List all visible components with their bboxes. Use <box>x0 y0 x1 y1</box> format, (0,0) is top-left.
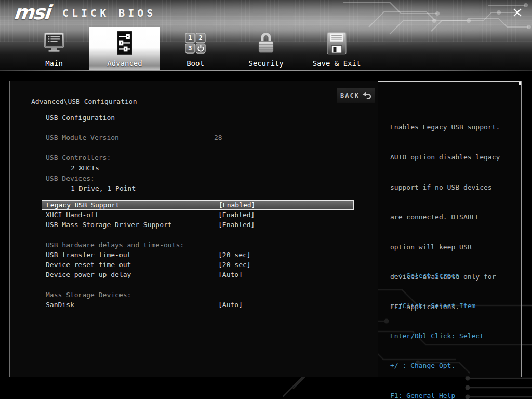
breadcrumb: Advanced\USB Configuration <box>31 97 137 107</box>
bios-menu-tabs: Main Advanced 1 <box>19 27 372 70</box>
spacer-row <box>42 230 354 240</box>
shortcut-line: ↑↓/Click: Select Item <box>390 301 484 311</box>
tab-boot[interactable]: 1 2 3 Boot <box>160 27 231 70</box>
setting-label: Legacy USB Support <box>46 200 119 210</box>
bios-screen: { "window": { "close_icon": "✕" }, "bran… <box>0 0 532 399</box>
setting-value: [Enabled] <box>218 220 255 230</box>
click-bios-wordmark: CLICK BIOS <box>62 7 156 19</box>
help-line: are connected. DISABLE <box>390 212 500 222</box>
section-title: USB Configuration <box>46 113 115 123</box>
tab-label-security: Security <box>231 59 301 68</box>
tab-label-save-exit: Save & Exit <box>301 59 372 68</box>
shortcut-line: F1: General Help <box>390 391 484 399</box>
shortcut-line: →←: Select Screen <box>390 271 484 281</box>
shortcut-line: +/-: Change Opt. <box>390 361 484 370</box>
setting-label: USB Mass Storage Driver Support <box>46 220 172 230</box>
setting-value: [20 sec] <box>218 260 251 270</box>
setting-label: XHCI Hand-off <box>46 210 99 220</box>
help-line: support if no USB devices <box>390 182 500 192</box>
spacer-row <box>42 280 354 290</box>
svg-text:1: 1 <box>188 34 192 42</box>
setting-label: Device power-up delay <box>46 270 131 280</box>
tab-label-main: Main <box>19 59 89 68</box>
group-label: USB hardware delays and time-outs: <box>46 240 184 250</box>
setting-label: Device reset time-out <box>46 260 131 270</box>
info-value: 1 Drive, 1 Point <box>71 183 136 193</box>
setting-label: SanDisk <box>46 300 74 310</box>
back-button[interactable]: BACK <box>337 88 375 103</box>
setting-value: [20 sec] <box>218 250 251 260</box>
back-button-label: BACK <box>340 92 360 99</box>
settings-pane: Advanced\USB Configuration BACK USB Conf… <box>10 81 378 377</box>
tab-save-exit[interactable]: Save & Exit <box>301 27 372 70</box>
boot-order-icon: 1 2 3 <box>183 31 208 56</box>
shortcut-key-legend: →←: Select Screen ↑↓/Click: Select Item … <box>390 251 484 399</box>
help-sidebar: Enables Legacy USB support. AUTO option … <box>378 81 521 377</box>
svg-text:2: 2 <box>198 34 202 42</box>
help-line: Enables Legacy USB support. <box>390 122 500 132</box>
group-label: Mass Storage Devices: <box>46 290 131 300</box>
setting-row-legacy-usb-support[interactable]: Legacy USB Support [Enabled] <box>42 200 354 210</box>
sidebar-scrollbar[interactable] <box>519 82 521 85</box>
tab-security[interactable]: Security <box>231 27 301 70</box>
tab-main[interactable]: Main <box>19 27 89 70</box>
close-icon[interactable] <box>511 6 524 19</box>
setting-value: [Enabled] <box>219 200 255 210</box>
svg-text:3: 3 <box>188 45 192 52</box>
setting-row-usb-transfer-time-out[interactable]: USB transfer time-out [20 sec] <box>42 250 354 260</box>
sliders-icon <box>112 31 137 56</box>
info-value: 28 <box>214 132 222 142</box>
monitor-icon <box>42 31 66 56</box>
setting-value: [Enabled] <box>218 210 255 220</box>
floppy-disk-icon <box>324 31 349 56</box>
setting-row-xhci-hand-off[interactable]: XHCI Hand-off [Enabled] <box>42 210 354 220</box>
settings-list: Legacy USB Support [Enabled] XHCI Hand-o… <box>42 200 354 310</box>
setting-value: [Auto] <box>218 270 243 280</box>
header-divider <box>0 70 532 71</box>
info-label: USB Devices: <box>46 174 95 183</box>
tab-advanced[interactable]: Advanced <box>89 27 160 70</box>
group-heading-usb-hardware-delays: USB hardware delays and time-outs: <box>42 240 354 250</box>
setting-row-device-reset-time-out[interactable]: Device reset time-out [20 sec] <box>42 260 354 270</box>
tab-label-boot: Boot <box>160 59 231 68</box>
content-panel: Advanced\USB Configuration BACK USB Conf… <box>9 81 522 377</box>
padlock-icon <box>254 31 278 56</box>
setting-value: [Auto] <box>218 300 243 310</box>
info-label: USB Controllers: <box>46 153 111 163</box>
msi-logo: msi <box>12 1 51 24</box>
tab-label-advanced: Advanced <box>89 59 160 68</box>
return-arrow-icon <box>362 92 371 100</box>
group-heading-mass-storage-devices: Mass Storage Devices: <box>42 290 354 300</box>
info-value: 2 XHCIs <box>71 163 99 173</box>
setting-label: USB transfer time-out <box>46 250 131 260</box>
setting-row-sandisk[interactable]: SanDisk [Auto] <box>42 300 354 310</box>
shortcut-line: Enter/Dbl Click: Select <box>390 331 484 341</box>
setting-row-device-power-up-delay[interactable]: Device power-up delay [Auto] <box>42 270 354 280</box>
title-bar: msi CLICK BIOS Main <box>0 0 532 71</box>
setting-row-usb-mass-storage-driver-support[interactable]: USB Mass Storage Driver Support [Enabled… <box>42 220 354 230</box>
info-label: USB Module Version <box>46 132 119 142</box>
help-line: AUTO option disables legacy <box>390 152 500 162</box>
